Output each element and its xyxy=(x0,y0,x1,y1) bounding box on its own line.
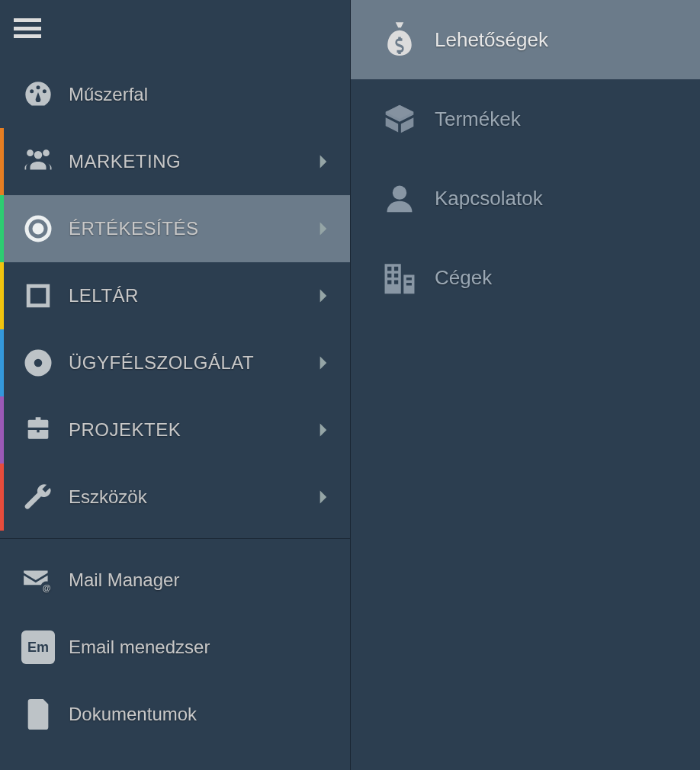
sidebar-item-label: ÜGYFÉLSZOLGÁLAT xyxy=(69,352,310,374)
hamburger-menu-button[interactable] xyxy=(0,0,350,61)
sidebar-item-dashboard[interactable]: Műszerfal xyxy=(0,61,350,128)
em-badge-icon: Em xyxy=(21,630,55,664)
moneybag-icon xyxy=(381,21,418,58)
person-icon xyxy=(381,180,418,217)
sidebar-item-support[interactable]: ÜGYFÉLSZOLGÁLAT xyxy=(0,329,350,396)
sidebar-item-documents[interactable]: Dokumentumok xyxy=(0,681,350,748)
submenu-item-opportunities[interactable]: Lehetőségek xyxy=(351,0,700,79)
submenu-item-label: Cégek xyxy=(435,266,492,290)
document-icon xyxy=(21,698,55,731)
dashboard-icon xyxy=(21,78,55,111)
submenu-item-companies[interactable]: Cégek xyxy=(351,238,700,317)
sidebar-item-label: Email menedzser xyxy=(69,637,329,658)
sidebar-item-label: ÉRTÉKESÍTÉS xyxy=(69,218,310,239)
svg-rect-2 xyxy=(28,286,48,306)
sidebar-item-projects[interactable]: PROJEKTEK xyxy=(0,396,350,464)
sidebar-item-label: Műszerfal xyxy=(69,84,329,105)
sidebar-item-marketing[interactable]: MARKETING xyxy=(0,128,350,195)
briefcase-icon xyxy=(21,413,55,447)
submenu-item-label: Termékek xyxy=(435,107,521,131)
sidebar-item-label: LELTÁR xyxy=(69,285,310,306)
svg-point-5 xyxy=(393,186,406,200)
submenu-panel: Lehetőségek Termékek Kapcsolatok Cégek xyxy=(350,0,700,770)
sidebar-item-email-manager[interactable]: Em Email menedzser xyxy=(0,614,350,681)
chevron-right-icon xyxy=(318,355,329,371)
users-icon xyxy=(21,145,55,178)
sidebar-item-label: Dokumentumok xyxy=(69,704,329,725)
chevron-right-icon xyxy=(318,489,329,505)
wrench-icon xyxy=(21,480,55,514)
box-icon xyxy=(381,101,418,137)
svg-text:@: @ xyxy=(43,583,51,592)
hamburger-icon xyxy=(14,18,41,38)
sidebar-item-sales[interactable]: ÉRTÉKESÍTÉS xyxy=(0,195,350,262)
chevron-right-icon xyxy=(318,154,329,169)
sidebar-item-label: Mail Manager xyxy=(69,569,329,591)
submenu-item-label: Lehetőségek xyxy=(435,28,548,52)
square-icon xyxy=(21,279,55,313)
submenu-item-contacts[interactable]: Kapcsolatok xyxy=(351,159,700,238)
sidebar-item-label: PROJEKTEK xyxy=(69,419,310,441)
sidebar-item-label: MARKETING xyxy=(69,151,310,172)
sidebar-item-mail-manager[interactable]: @ Mail Manager xyxy=(0,547,350,614)
lifebuoy-icon xyxy=(21,346,55,380)
main-sidebar: Műszerfal MARKETING ÉRTÉKESÍTÉS LELTÁR xyxy=(0,0,350,770)
buildings-icon xyxy=(381,259,418,296)
mail-at-icon: @ xyxy=(21,563,55,597)
submenu-item-products[interactable]: Termékek xyxy=(351,79,700,159)
chevron-right-icon xyxy=(318,221,329,236)
chevron-right-icon xyxy=(318,422,329,438)
submenu-item-label: Kapcsolatok xyxy=(435,187,543,210)
sidebar-item-label: Eszközök xyxy=(69,486,310,508)
sidebar-divider xyxy=(0,538,350,539)
sidebar-item-inventory[interactable]: LELTÁR xyxy=(0,262,350,329)
sidebar-item-tools[interactable]: Eszközök xyxy=(0,464,350,531)
svg-point-1 xyxy=(34,225,42,233)
chevron-right-icon xyxy=(318,288,329,303)
target-icon xyxy=(21,212,55,245)
